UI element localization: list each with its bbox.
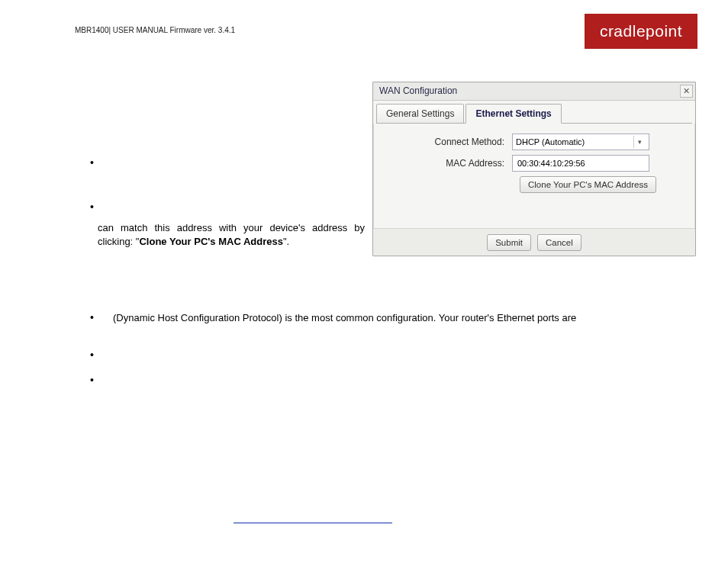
page-header: MBR1400| USER MANUAL Firmware ver. 3.4.1…: [0, 8, 728, 47]
bullet-icon: •: [90, 311, 94, 323]
spacer: [384, 176, 520, 193]
close-button[interactable]: ✕: [680, 85, 693, 98]
cancel-button[interactable]: Cancel: [537, 234, 581, 251]
button-label: Clone Your PC's MAC Address: [528, 180, 648, 189]
form-area: Connect Method: DHCP (Automatic) ▾ MAC A…: [373, 124, 695, 198]
button-label: Cancel: [546, 238, 573, 247]
mac-address-input[interactable]: [512, 155, 649, 172]
hyperlink-underline: [234, 523, 392, 523]
bullet-icon: •: [90, 201, 94, 213]
logo-text: cradlepoint: [600, 22, 682, 40]
tab-label: Ethernet Settings: [475, 108, 551, 119]
chevron-down-icon: ▾: [633, 136, 646, 148]
tab-general-settings[interactable]: General Settings: [376, 104, 464, 124]
tab-ethernet-settings[interactable]: Ethernet Settings: [465, 104, 561, 124]
text-fragment: (Dynamic Host Configuration Protocol) is…: [113, 312, 576, 323]
text-fragment: ".: [283, 236, 289, 247]
tab-label: General Settings: [386, 108, 454, 119]
manual-version-text: MBR1400| USER MANUAL Firmware ver. 3.4.1: [75, 26, 235, 34]
button-label: Submit: [495, 238, 523, 247]
dialog-title-text: WAN Configuration: [379, 85, 457, 96]
cradlepoint-logo: cradlepoint: [585, 14, 697, 49]
bullet-icon: •: [90, 349, 94, 361]
label-mac-address: MAC Address:: [384, 158, 512, 169]
wan-configuration-dialog: WAN Configuration ✕ General Settings Eth…: [372, 82, 696, 256]
dropdown-value: DHCP (Automatic): [516, 137, 585, 146]
row-clone-button: Clone Your PC's MAC Address: [384, 176, 685, 193]
bullet-icon: •: [90, 374, 94, 386]
label-connect-method: Connect Method:: [384, 137, 512, 147]
dialog-footer: Submit Cancel: [373, 228, 695, 256]
bullet-icon: •: [90, 156, 94, 169]
row-mac-address: MAC Address:: [384, 155, 685, 172]
tab-bar: General Settings Ethernet Settings: [373, 101, 695, 124]
dialog-titlebar: WAN Configuration ✕: [373, 82, 695, 101]
clone-mac-button[interactable]: Clone Your PC's MAC Address: [520, 176, 656, 193]
close-icon: ✕: [683, 86, 690, 95]
body-paragraph-dhcp: (Dynamic Host Configuration Protocol) is…: [113, 311, 662, 325]
bold-clone-text: Clone Your PC's MAC Address: [139, 236, 283, 247]
submit-button[interactable]: Submit: [487, 234, 531, 251]
connect-method-dropdown[interactable]: DHCP (Automatic) ▾: [512, 134, 649, 150]
body-paragraph-mac: can match this address with your device'…: [98, 221, 365, 248]
row-connect-method: Connect Method: DHCP (Automatic) ▾: [384, 134, 685, 150]
